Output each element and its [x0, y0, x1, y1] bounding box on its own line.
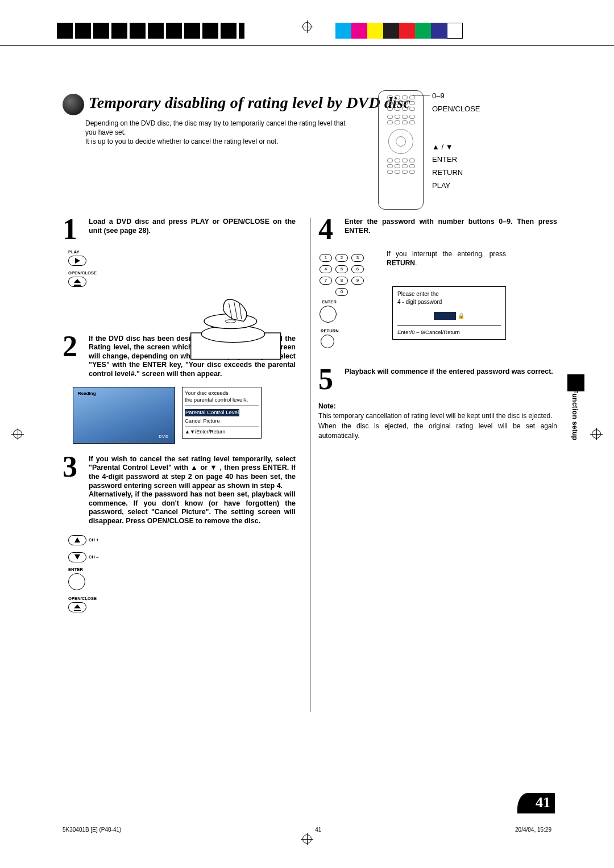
key-5: 5: [335, 265, 348, 273]
step-5: 5 Playback will commence if the entered …: [318, 368, 557, 391]
print-color-bar: [335, 23, 463, 39]
password-mask-icon: ****: [434, 312, 457, 320]
open-close-button-icon: [68, 277, 86, 287]
step-5-text: Playback will commence if the entered pa…: [345, 368, 553, 391]
key-3: 3: [351, 254, 364, 262]
remote-label-enter: ENTER: [432, 154, 480, 166]
svg-point-3: [225, 319, 236, 323]
column-divider: [310, 218, 310, 712]
key-8: 8: [335, 277, 348, 285]
step-4: 4 Enter the password with number buttons…: [318, 218, 557, 241]
pw-line1: Please enter the: [397, 290, 501, 298]
open-close-label: OPEN/CLOSE: [68, 270, 296, 276]
enter-label: ENTER: [322, 299, 375, 304]
step-1-buttons: PLAY OPEN/CLOSE: [68, 249, 296, 287]
remote-illustration: [378, 90, 424, 210]
step-3: 3 If you wish to cancel the set rating l…: [63, 455, 296, 526]
footer-right: 20/4/04, 15:29: [515, 827, 551, 833]
lock-icon: 🔒: [458, 312, 464, 319]
open-close-button-icon: [68, 602, 86, 612]
note-heading: Note:: [318, 402, 557, 410]
step-4-row: 1 2 3 4 5 6 7 8 9 0 ENTER RETURN: [318, 249, 557, 354]
intro-text: Depending on the DVD disc, the disc may …: [85, 119, 358, 147]
step-3-text: If you wish to cancel the set rating lev…: [89, 455, 296, 526]
play-button-icon: [68, 256, 86, 266]
play-label: PLAY: [68, 249, 296, 254]
remote-label-return: RETURN: [432, 167, 480, 179]
top-rule: [0, 45, 614, 46]
return-label: RETURN: [321, 328, 375, 333]
title-row: Temporary disabling of rating level by D…: [63, 94, 557, 115]
key-1: 1: [320, 254, 332, 262]
reading-label: Reading: [78, 391, 96, 396]
open-close-label: OPEN/CLOSE: [68, 596, 296, 601]
step-number: 5: [318, 368, 341, 391]
registration-mark-top: [301, 20, 313, 33]
note-line1: This temporary cancellation of rating le…: [318, 411, 557, 420]
remote-label-open: OPEN/CLOSE: [432, 103, 480, 115]
ch-minus-label: CH –: [89, 554, 99, 560]
page-title: Temporary disabling of rating level by D…: [89, 94, 410, 112]
ch-plus-label: CH +: [89, 537, 99, 542]
title-bullet-icon: [63, 94, 84, 115]
step-4-text: Enter the password with number buttons 0…: [345, 218, 557, 241]
intro-line1: Depending on the DVD disc, the disc may …: [85, 119, 346, 136]
enter-button-icon: [320, 306, 337, 323]
return-button-icon: [321, 335, 334, 348]
disc-tray-illustration: [171, 296, 296, 370]
registration-mark-left: [11, 428, 24, 440]
registration-mark-right: [590, 428, 603, 440]
dlg-option-parental: Parental Control Level: [185, 409, 239, 416]
enter-button-icon: [68, 573, 85, 590]
dpad-icon: [388, 129, 413, 154]
step-number: 2: [63, 335, 85, 379]
dlg-option-cancel: Cancel Picture: [185, 418, 220, 424]
key-2: 2: [335, 254, 348, 262]
ch-minus-button-icon: [68, 552, 86, 562]
step-1: 1 Load a DVD disc and press PLAY or OPEN…: [63, 218, 296, 241]
footer-left: 5K30401B [E] (P40-41): [63, 827, 121, 833]
intro-line2: It is up to you to decide whether to can…: [85, 137, 279, 145]
key-4: 4: [320, 265, 332, 273]
step-number: 3: [63, 455, 85, 526]
dlg-line2: the parental control level#.: [185, 397, 259, 403]
page-number: 41: [517, 793, 555, 813]
step-number: 1: [63, 218, 85, 241]
footer-mid: 41: [315, 827, 321, 833]
step-number: 4: [318, 218, 341, 241]
password-dialog: Please enter the 4 - digit password ****…: [392, 286, 506, 340]
registration-mark-bottom: [301, 833, 313, 845]
step-1-text: Load a DVD disc and press PLAY or OPEN/C…: [89, 218, 296, 241]
interrupt-text: If you interrupt the entering, press RET…: [387, 249, 506, 269]
pw-line2: 4 - digit password: [397, 298, 501, 306]
remote-label-updown: ▲ / ▼: [432, 141, 480, 153]
remote-label-play: PLAY: [432, 180, 480, 192]
number-keypad-icon: 1 2 3 4 5 6 7 8 9 0: [320, 254, 375, 296]
remote-labels: 0–9 OPEN/CLOSE ▲ / ▼ ENTER RETURN PLAY: [432, 90, 480, 193]
print-footer: 5K30401B [E] (P40-41) 41 20/4/04, 15:29: [63, 827, 551, 833]
enter-label: ENTER: [68, 567, 296, 572]
note-line2: When the disc is ejected, the original r…: [318, 422, 557, 440]
pw-footer: Enter/0 – 9/Cancel/Return: [397, 326, 501, 336]
key-0: 0: [335, 288, 348, 296]
key-6: 6: [351, 265, 364, 273]
remote-label-09: 0–9: [432, 90, 480, 102]
key-7: 7: [320, 277, 332, 285]
step-3-buttons: CH + CH – ENTER OPEN/CLOSE: [68, 535, 296, 612]
dvd-logo-icon: DVD: [159, 435, 169, 439]
section-tab: Function setup: [571, 389, 579, 440]
print-black-bar: [57, 23, 244, 39]
key-9: 9: [351, 277, 364, 285]
parental-dialog: Your disc exceeds the parental control l…: [182, 387, 262, 439]
page-content: Temporary disabling of rating level by D…: [63, 94, 557, 811]
dlg-line1: Your disc exceeds: [185, 390, 259, 397]
dlg-footer: ▲▼/Enter/Return: [185, 427, 259, 436]
ch-plus-button-icon: [68, 535, 86, 545]
reading-screen-illustration: Reading DVD: [73, 387, 175, 444]
